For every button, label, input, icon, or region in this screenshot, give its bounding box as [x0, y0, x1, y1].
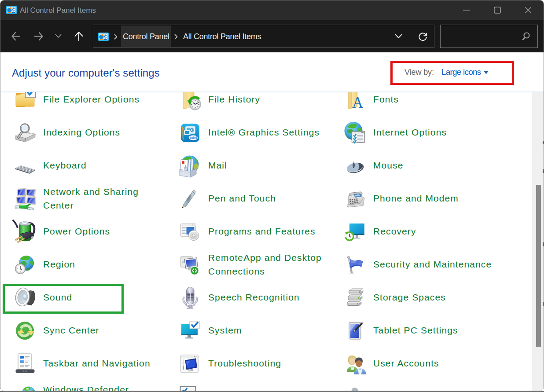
svg-text:A: A — [352, 94, 364, 111]
svg-text:intel: intel — [190, 136, 197, 140]
